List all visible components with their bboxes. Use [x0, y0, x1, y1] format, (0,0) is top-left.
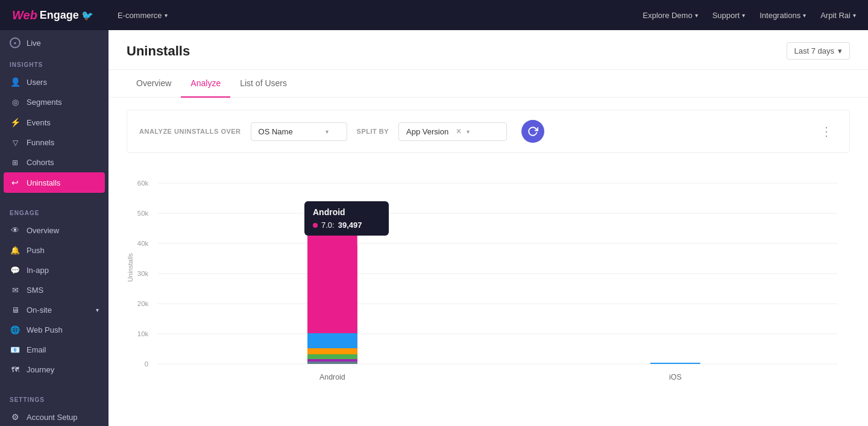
top-nav-right: Explore Demo ▾ Support ▾ Integrations ▾ … — [643, 11, 856, 20]
chevron-down-icon: ▾ — [838, 46, 842, 55]
logo-icon: Web — [12, 8, 37, 22]
sidebar-item-journey[interactable]: 🗺 Journey — [0, 360, 108, 380]
sidebar-item-uninstalls[interactable]: ↩ Uninstalls — [4, 172, 105, 193]
chevron-down-icon: ▾ — [803, 12, 806, 19]
inapp-icon: 💬 — [10, 266, 20, 275]
y-tick-50k: 50k — [137, 210, 149, 217]
x-label-android: Android — [319, 373, 345, 381]
user-menu[interactable]: Arpit Rai ▾ — [820, 11, 856, 20]
webpush-icon: 🌐 — [10, 325, 20, 334]
sidebar-item-email[interactable]: 📧 Email — [0, 340, 108, 360]
funnels-icon: ▽ — [10, 139, 20, 147]
segments-icon: ◎ — [10, 98, 20, 107]
over-selector[interactable]: OS Name ▾ — [251, 122, 347, 141]
bar-android-other[interactable] — [307, 362, 357, 364]
refresh-button[interactable] — [521, 120, 544, 143]
insights-section-label: INSIGHTS — [0, 52, 108, 72]
sidebar-item-overview[interactable]: 👁 Overview — [0, 220, 108, 240]
onsite-icon: 🖥 — [10, 305, 20, 315]
page-title: Uninstalls — [127, 43, 190, 69]
sidebar-item-funnels[interactable]: ▽ Funnels — [0, 133, 108, 152]
sidebar-item-events[interactable]: ⚡ Events — [0, 112, 108, 133]
chevron-down-icon: ▾ — [96, 307, 99, 313]
bar-chart: 60k 50k 40k 30k 20k 10k — [127, 165, 850, 406]
bar-android-4-4[interactable] — [307, 354, 357, 359]
top-navigation: WebEngage🐦 E-commerce ▾ Explore Demo ▾ S… — [0, 0, 868, 30]
y-axis-label: Uninstalls — [127, 253, 134, 282]
live-icon: ● — [10, 37, 20, 48]
product-selector[interactable]: E-commerce ▾ — [118, 11, 168, 20]
logo-text: Engage — [40, 9, 79, 22]
cohorts-icon: ⊞ — [10, 158, 20, 167]
bar-ios-11[interactable] — [650, 363, 700, 364]
bar-android-6-0-b[interactable] — [307, 333, 357, 348]
sidebar-item-webpush[interactable]: 🌐 Web Push — [0, 320, 108, 340]
chevron-down-icon: ▾ — [742, 12, 745, 19]
date-filter[interactable]: Last 7 days ▾ — [787, 42, 851, 60]
overview-icon: 👁 — [10, 225, 20, 235]
settings-section-label: SETTINGS — [0, 387, 108, 407]
more-options-button[interactable]: ⋮ — [816, 122, 837, 141]
users-icon: 👤 — [10, 77, 20, 87]
chevron-down-icon: ▾ — [467, 128, 470, 135]
y-tick-40k: 40k — [137, 240, 149, 247]
sidebar-item-onsite[interactable]: 🖥 On-site ▾ — [0, 300, 108, 320]
y-tick-30k: 30k — [137, 270, 149, 277]
account-setup-icon: ⚙ — [10, 412, 20, 422]
y-tick-60k: 60k — [137, 180, 149, 187]
sidebar-item-segments[interactable]: ◎ Segments — [0, 92, 108, 112]
journey-icon: 🗺 — [10, 365, 20, 374]
analyze-label: ANALYZE UNINSTALLS OVER — [139, 128, 241, 135]
push-icon: 🔔 — [10, 246, 20, 255]
sidebar-item-live[interactable]: ● Live — [0, 30, 108, 52]
bar-android-5-0[interactable] — [307, 348, 357, 354]
tabs-bar: Overview Analyze List of Users — [108, 70, 868, 98]
sidebar-item-users[interactable]: 👤 Users — [0, 72, 108, 92]
y-tick-10k: 10k — [137, 330, 149, 337]
y-tick-0: 0 — [145, 360, 148, 368]
integrations-nav[interactable]: Integrations ▾ — [760, 11, 806, 20]
sidebar: ● Live INSIGHTS 👤 Users ◎ Segments ⚡ Eve… — [0, 30, 108, 426]
y-tick-20k: 20k — [137, 300, 149, 307]
split-by-selector[interactable]: App Version ✕ ▾ — [398, 122, 507, 141]
chevron-down-icon: ▾ — [326, 128, 329, 135]
chevron-down-icon: ▾ — [695, 12, 698, 19]
tab-analyze[interactable]: Analyze — [181, 70, 230, 98]
bar-android-7-0-b[interactable] — [307, 215, 357, 333]
sidebar-item-account-setup[interactable]: ⚙ Account Setup — [0, 407, 108, 426]
page-header: Uninstalls Last 7 days ▾ — [108, 30, 868, 70]
split-by-label: SPLIT BY — [357, 128, 389, 135]
bar-android-8-0[interactable] — [307, 359, 357, 362]
tab-list-of-users[interactable]: List of Users — [230, 70, 297, 98]
uninstalls-icon: ↩ — [10, 178, 20, 187]
chevron-down-icon: ▾ — [165, 12, 168, 19]
clear-split-button[interactable]: ✕ — [456, 127, 462, 136]
engage-section-label: ENGAGE — [0, 200, 108, 220]
main-content: Uninstalls Last 7 days ▾ Overview Analyz… — [108, 30, 868, 426]
sidebar-item-inapp[interactable]: 💬 In-app — [0, 260, 108, 280]
logo[interactable]: WebEngage🐦 — [12, 8, 93, 22]
tab-overview[interactable]: Overview — [127, 70, 181, 98]
support-nav[interactable]: Support ▾ — [712, 11, 746, 20]
sms-icon: ✉ — [10, 286, 20, 295]
chevron-down-icon: ▾ — [853, 12, 856, 19]
events-icon: ⚡ — [10, 117, 20, 127]
sidebar-item-cohorts[interactable]: ⊞ Cohorts — [0, 152, 108, 172]
chart-container: ANALYZE UNINSTALLS OVER OS Name ▾ SPLIT … — [108, 98, 868, 426]
email-icon: 📧 — [10, 345, 20, 354]
sidebar-item-push[interactable]: 🔔 Push — [0, 240, 108, 260]
logo-bird: 🐦 — [81, 10, 93, 21]
sidebar-item-sms[interactable]: ✉ SMS — [0, 280, 108, 300]
refresh-icon — [527, 126, 538, 137]
chart-controls: ANALYZE UNINSTALLS OVER OS Name ▾ SPLIT … — [127, 110, 850, 153]
x-label-ios: iOS — [669, 373, 682, 381]
explore-demo-nav[interactable]: Explore Demo ▾ — [643, 11, 697, 20]
chart-svg: 60k 50k 40k 30k 20k 10k — [127, 165, 850, 406]
